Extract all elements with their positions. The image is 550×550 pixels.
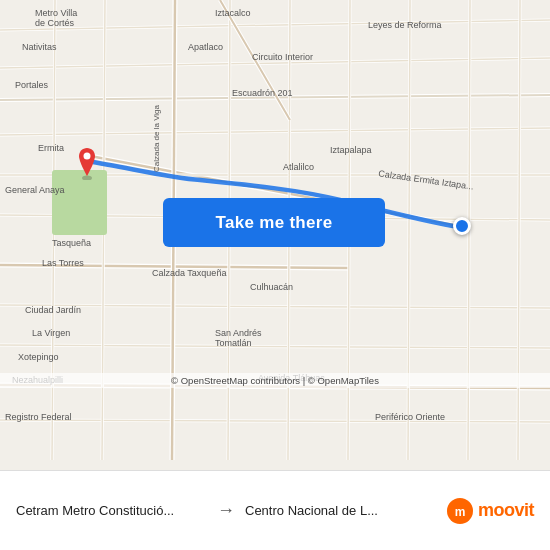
map-area[interactable]: Metro Villade Cortés Iztacalco Leyes de … <box>0 0 550 470</box>
moovit-text: moovit <box>478 500 534 521</box>
moovit-icon: m <box>446 497 474 525</box>
svg-point-44 <box>82 176 92 181</box>
origin-station: Cetram Metro Constitució... <box>16 503 207 518</box>
svg-line-3 <box>0 58 550 68</box>
svg-point-45 <box>84 153 91 160</box>
svg-text:m: m <box>455 505 466 519</box>
destination-dot <box>453 217 471 235</box>
bottom-bar: Cetram Metro Constitució... → Centro Nac… <box>0 470 550 550</box>
arrow-right-icon: → <box>217 500 235 521</box>
destination-station-name: Centro Nacional de L... <box>245 503 436 518</box>
origin-station-name: Cetram Metro Constitució... <box>16 503 207 518</box>
svg-line-1 <box>0 20 550 30</box>
map-attribution: © OpenStreetMap contributors | © OpenMap… <box>0 373 550 388</box>
destination-station: Centro Nacional de L... <box>245 503 436 518</box>
origin-pin <box>75 148 99 178</box>
svg-line-7 <box>0 128 550 135</box>
moovit-logo: m moovit <box>446 497 534 525</box>
take-me-there-button[interactable]: Take me there <box>163 198 385 247</box>
app-container: Metro Villade Cortés Iztacalco Leyes de … <box>0 0 550 550</box>
